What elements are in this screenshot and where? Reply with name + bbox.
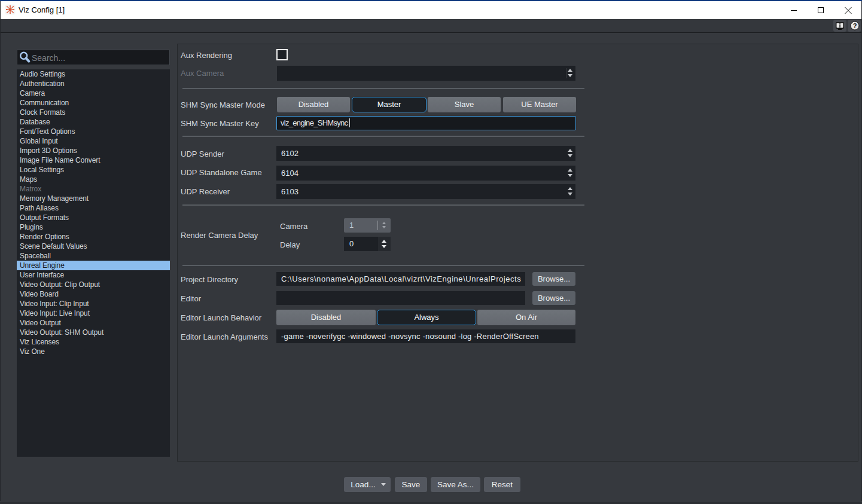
svg-text:?: ? (853, 22, 857, 29)
